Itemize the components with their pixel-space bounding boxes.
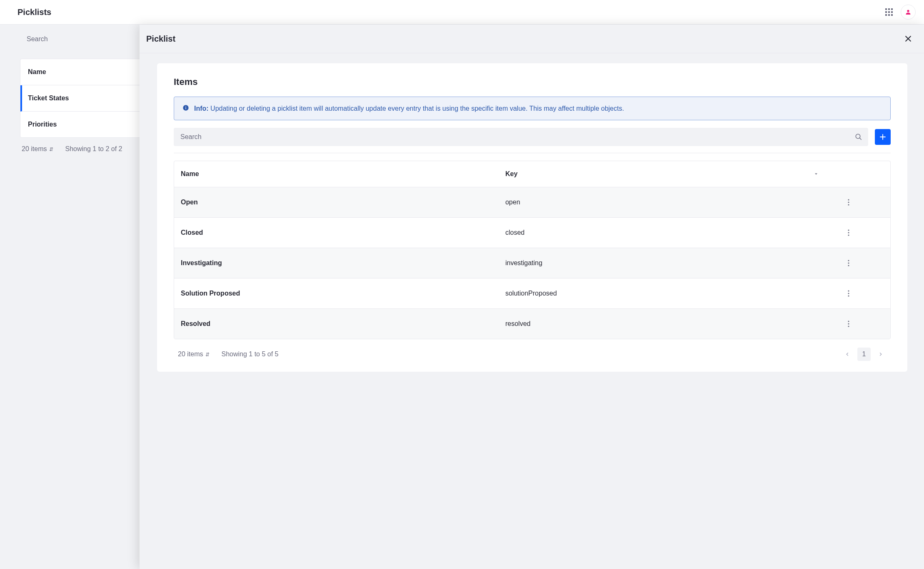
row-actions-menu[interactable] — [843, 227, 854, 239]
info-text: Updating or deleting a picklist item wil… — [210, 105, 624, 112]
table-row: Solution Proposed solutionProposed — [174, 278, 890, 309]
row-actions-menu[interactable] — [843, 288, 854, 299]
items-table-header: Name Key — [174, 161, 890, 187]
sort-arrows-icon: ⇵ — [49, 147, 53, 152]
svg-point-22 — [848, 230, 849, 231]
svg-point-31 — [848, 321, 849, 322]
cell-key: closed — [499, 220, 807, 246]
sort-arrows-icon: ⇵ — [205, 352, 210, 358]
svg-rect-4 — [888, 11, 890, 13]
svg-rect-6 — [885, 14, 887, 16]
search-icon — [855, 133, 862, 141]
svg-point-21 — [848, 204, 849, 206]
picklist-detail-panel: Picklist Items — [140, 25, 924, 569]
svg-point-19 — [848, 199, 849, 201]
svg-rect-2 — [891, 8, 893, 10]
cell-name: Resolved — [174, 311, 499, 337]
search-placeholder-text: Search — [27, 35, 48, 43]
column-header-name[interactable]: Name — [174, 161, 499, 187]
items-showing-text: Showing 1 to 5 of 5 — [221, 350, 278, 358]
svg-line-16 — [859, 138, 862, 140]
svg-rect-13 — [185, 107, 186, 109]
header-tools — [882, 5, 916, 20]
info-text-wrap: Info: Updating or deleting a picklist it… — [194, 104, 624, 113]
close-button[interactable] — [902, 32, 915, 45]
row-label: Priorities — [28, 121, 57, 128]
row-label: Ticket States — [28, 94, 69, 102]
cell-key: open — [499, 189, 807, 215]
svg-point-23 — [848, 232, 849, 234]
cell-name: Solution Proposed — [174, 281, 499, 306]
pager-next[interactable] — [875, 348, 887, 360]
cell-key: resolved — [499, 311, 807, 337]
svg-rect-3 — [885, 11, 887, 13]
info-label: Info: — [194, 105, 209, 112]
svg-point-20 — [848, 202, 849, 203]
cell-key: solutionProposed — [499, 281, 807, 306]
info-alert: Info: Updating or deleting a picklist it… — [174, 97, 891, 120]
page-title: Picklists — [17, 7, 51, 17]
column-header-actions[interactable] — [807, 162, 890, 186]
table-row: Resolved resolved — [174, 309, 890, 339]
row-actions-menu[interactable] — [843, 318, 854, 330]
pager-current-page[interactable]: 1 — [857, 348, 871, 361]
svg-point-26 — [848, 263, 849, 264]
items-search-placeholder: Search — [180, 133, 855, 141]
table-row: Open open — [174, 187, 890, 218]
info-icon — [182, 104, 189, 113]
panel-title: Picklist — [146, 34, 175, 44]
svg-point-15 — [856, 134, 860, 139]
svg-rect-1 — [888, 8, 890, 10]
svg-rect-7 — [888, 14, 890, 16]
row-actions-menu[interactable] — [843, 196, 854, 208]
table-row: Closed closed — [174, 218, 890, 248]
items-footer: 20 items⇵ Showing 1 to 5 of 5 1 — [174, 339, 891, 361]
svg-point-30 — [848, 296, 849, 297]
svg-point-32 — [848, 323, 849, 325]
row-actions-menu[interactable] — [843, 257, 854, 269]
items-table-body: Open open Closed closed Investigating in… — [174, 187, 890, 339]
panel-body: Items Info: Updating or deleting a pickl… — [140, 53, 924, 569]
svg-point-24 — [848, 235, 849, 236]
svg-rect-0 — [885, 8, 887, 10]
svg-point-27 — [848, 265, 849, 266]
items-page-size-selector[interactable]: 20 items⇵ — [178, 350, 210, 358]
pager-prev[interactable] — [842, 348, 853, 360]
svg-point-25 — [848, 260, 849, 261]
items-toolbar: Search — [174, 128, 891, 153]
showing-text: Showing 1 to 2 of 2 — [65, 145, 122, 153]
apps-grid-icon[interactable] — [882, 5, 896, 19]
cell-name: Closed — [174, 220, 499, 246]
cell-name: Open — [174, 189, 499, 215]
main-layout: Search Name Ticket States Priorities 20 … — [0, 25, 924, 569]
svg-point-33 — [848, 326, 849, 327]
cell-key: investigating — [499, 250, 807, 276]
svg-rect-14 — [185, 106, 186, 107]
items-heading: Items — [174, 77, 891, 87]
items-pager: 1 — [842, 348, 887, 361]
items-card: Items Info: Updating or deleting a pickl… — [157, 63, 907, 372]
svg-point-28 — [848, 291, 849, 292]
panel-header: Picklist — [140, 25, 924, 53]
page-header: Picklists — [0, 0, 924, 25]
svg-rect-8 — [891, 14, 893, 16]
column-header-key[interactable]: Key — [499, 161, 807, 187]
column-header-name: Name — [28, 68, 46, 76]
svg-point-29 — [848, 293, 849, 294]
svg-point-9 — [907, 10, 909, 12]
user-avatar[interactable] — [901, 5, 916, 20]
add-item-button[interactable] — [875, 129, 891, 145]
items-table: Name Key Open open Closed — [174, 161, 891, 339]
table-row: Investigating investigating — [174, 248, 890, 278]
page-size-selector[interactable]: 20 items⇵ — [22, 145, 53, 153]
items-search-input[interactable]: Search — [174, 128, 868, 146]
cell-name: Investigating — [174, 250, 499, 276]
svg-rect-5 — [891, 11, 893, 13]
